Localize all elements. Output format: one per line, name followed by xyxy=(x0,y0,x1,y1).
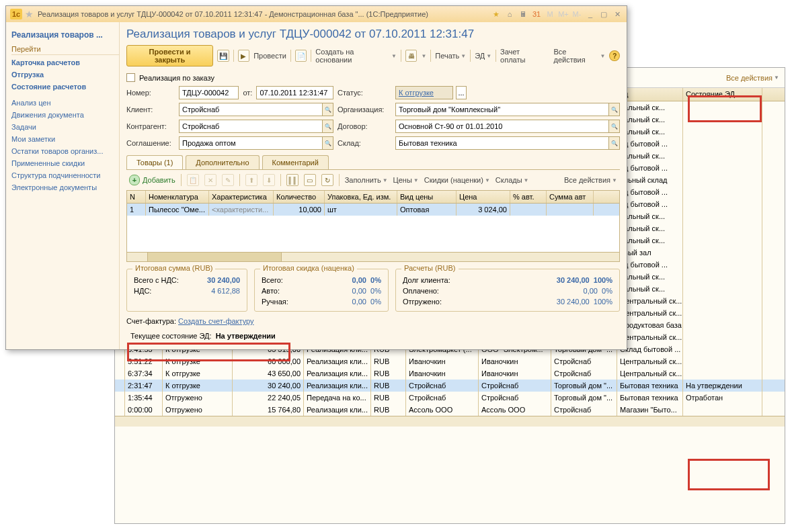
m-minus-icon[interactable]: M- xyxy=(571,9,582,19)
search-icon: 🔍 xyxy=(322,120,333,132)
date-input[interactable]: 07.10.2011 12:31:47 xyxy=(256,86,333,99)
box-icon[interactable]: ▭ xyxy=(304,174,316,186)
sidebar-item[interactable]: Остатки товаров организ... xyxy=(11,145,119,157)
doc-icon[interactable]: 📄 xyxy=(295,50,307,62)
help-icon[interactable]: ? xyxy=(609,50,620,61)
m-icon[interactable]: M xyxy=(545,9,555,19)
titlebar: 1c ★ Реализация товаров и услуг ТДЦУ-000… xyxy=(6,6,627,22)
number-label: Номер: xyxy=(126,89,175,97)
sidebar-head: Реализация товаров ... xyxy=(11,28,119,42)
grid-row[interactable]: 1 Пылесос "Оме... <характеристи... 10,00… xyxy=(127,204,619,216)
provesti-close-button[interactable]: Провести и закрыть xyxy=(126,45,213,66)
tab-additional[interactable]: Дополнительно xyxy=(186,155,259,169)
calendar-icon[interactable]: 31 xyxy=(531,9,542,19)
offset-button[interactable]: Зачет оплаты xyxy=(500,48,545,64)
sidebar-item[interactable]: Электронные документы xyxy=(11,181,119,193)
status-select[interactable]: К отгрузке xyxy=(395,86,453,99)
fill-button[interactable]: Заполнить▼ xyxy=(345,176,388,184)
search-icon: 🔍 xyxy=(608,103,619,116)
sidebar-item[interactable]: Примененные скидки xyxy=(11,157,119,169)
sidebar-item[interactable]: Мои заметки xyxy=(11,133,119,145)
warehouses-button[interactable]: Склады▼ xyxy=(496,176,529,184)
maximize-icon[interactable]: ▢ xyxy=(598,9,609,19)
sidebar-item[interactable]: Состояние расчетов xyxy=(11,81,119,93)
bg-row[interactable]: 6:37:34К отгрузке43 650,00Реализация кли… xyxy=(115,367,785,380)
sidebar-section: Перейти xyxy=(11,42,119,55)
copy-icon[interactable]: 📋 xyxy=(187,174,199,186)
goods-grid: N Номенклатура Характеристика Количество… xyxy=(126,190,620,262)
create-based-button[interactable]: Создать на основании▼ xyxy=(315,48,397,64)
prices-button[interactable]: Цены▼ xyxy=(393,176,419,184)
org-input[interactable]: Торговый дом "Комплексный"🔍 xyxy=(395,103,620,116)
search-icon: 🔍 xyxy=(322,103,333,116)
sogl-input[interactable]: Продажа оптом🔍 xyxy=(179,136,333,150)
ed-button[interactable]: ЭД▼ xyxy=(475,52,491,60)
discounts-button[interactable]: Скидки (наценки)▼ xyxy=(424,176,490,184)
sidebar-item[interactable]: Движения документа xyxy=(11,109,119,121)
number-input[interactable]: ТДЦУ-000042 xyxy=(179,86,239,99)
bg-col-ed-state[interactable]: Состояние ЭД xyxy=(683,88,762,101)
barcode-icon[interactable]: ║║ xyxy=(286,174,299,186)
status-label: Статус: xyxy=(338,89,391,97)
main-window: 1c ★ Реализация товаров и услуг ТДЦУ-000… xyxy=(5,5,627,350)
refresh-icon[interactable]: ↻ xyxy=(321,174,333,186)
up-icon[interactable]: ⬆ xyxy=(245,174,258,186)
sklad-input[interactable]: Бытовая техника🔍 xyxy=(395,136,620,150)
contr-input[interactable]: Стройснаб🔍 xyxy=(179,120,333,133)
bg-row[interactable]: 5:51:22К отгрузке60 000,00Реализация кли… xyxy=(115,355,785,367)
history-icon[interactable]: ⌂ xyxy=(504,9,515,19)
provesti-icon[interactable]: ▶ xyxy=(238,50,250,62)
org-label: Организация: xyxy=(338,105,391,114)
by-order-label: Реализация по заказу xyxy=(139,74,214,82)
search-icon: 🔍 xyxy=(608,137,619,149)
window-title: Реализация товаров и услуг ТДЦУ-000042 о… xyxy=(38,10,491,18)
m-plus-icon[interactable]: M+ xyxy=(558,9,569,19)
down-icon[interactable]: ⬇ xyxy=(263,174,275,186)
tabs: Товары (1) Дополнительно Комментарий xyxy=(126,155,620,170)
sidebar-item[interactable]: Карточка расчетов xyxy=(11,56,119,69)
bg-all-actions[interactable]: Все действия xyxy=(726,74,773,82)
grid-horizontal-scrollbar[interactable] xyxy=(127,252,619,261)
save-icon[interactable]: 💾 xyxy=(217,50,229,62)
bg-row[interactable]: 2:31:47К отгрузке30 240,00Реализация кли… xyxy=(115,380,785,392)
grid-all-actions[interactable]: Все действия▼ xyxy=(564,176,617,184)
star-icon[interactable]: ★ xyxy=(25,9,34,19)
grid-toolbar: Добавить 📋 ✕ ✎ ⬆ ⬇ ║║ ▭ ↻ Заполнить▼ Цен… xyxy=(126,170,620,190)
close-icon[interactable]: ✕ xyxy=(612,9,623,19)
sidebar-item[interactable]: Анализ цен xyxy=(11,97,119,109)
dog-input[interactable]: Основной Ст-90 от 01.01.2010🔍 xyxy=(395,120,620,133)
edit-icon[interactable]: ✎ xyxy=(222,174,234,186)
main-toolbar: Провести и закрыть 💾 ▶ Провести 📄 Создат… xyxy=(126,45,620,66)
tab-comment[interactable]: Комментарий xyxy=(262,155,329,169)
by-order-checkbox[interactable] xyxy=(126,73,135,82)
calc-icon[interactable]: 🖩 xyxy=(518,9,528,19)
search-icon: 🔍 xyxy=(322,137,333,149)
delete-icon[interactable]: ✕ xyxy=(204,174,216,186)
total-discount-fieldset: Итоговая скидка (наценка) Всего:0,00 0% … xyxy=(254,269,389,312)
sidebar-item[interactable]: Задачи xyxy=(11,121,119,133)
provesti-button[interactable]: Провести xyxy=(253,52,286,60)
sidebar-item[interactable]: Структура подчиненности xyxy=(11,169,119,181)
total-sum-fieldset: Итоговая сумма (RUB) Всего с НДС:30 240,… xyxy=(126,269,247,312)
search-icon: 🔍 xyxy=(608,120,619,132)
bg-row[interactable]: 1:35:44Отгружено22 240,05Передача на ко.… xyxy=(115,392,785,404)
tab-goods[interactable]: Товары (1) xyxy=(126,155,183,169)
print-icon[interactable]: 🖶 xyxy=(405,50,418,62)
ed-state-value: На утверждении xyxy=(216,332,276,340)
bg-horizontal-scrollbar[interactable] xyxy=(115,416,785,427)
bg-row[interactable]: 0:00:00Отгружено15 764,80Реализация кли.… xyxy=(115,404,785,416)
all-actions-button[interactable]: Все действия▼ xyxy=(554,48,606,64)
from-label: от: xyxy=(243,89,252,97)
print-button[interactable]: Печать▼ xyxy=(435,52,466,60)
logo-1c-icon: 1c xyxy=(10,9,22,19)
main-panel: Реализация товаров и услуг ТДЦУ-000042 о… xyxy=(119,22,627,349)
calculations-fieldset: Расчеты (RUB) Долг клиента:30 240,00 100… xyxy=(395,269,620,312)
create-invoice-link[interactable]: Создать счет-фактуру xyxy=(178,317,254,325)
page-title: Реализация товаров и услуг ТДЦУ-000042 о… xyxy=(126,28,620,41)
fav-star-icon[interactable]: ★ xyxy=(491,9,502,19)
minimize-icon[interactable]: _ xyxy=(585,9,596,19)
client-input[interactable]: Стройснаб🔍 xyxy=(179,103,333,116)
status-more-button[interactable]: ... xyxy=(456,86,467,99)
sidebar-item[interactable]: Отгрузка xyxy=(11,69,119,81)
add-button[interactable]: Добавить xyxy=(129,175,175,185)
